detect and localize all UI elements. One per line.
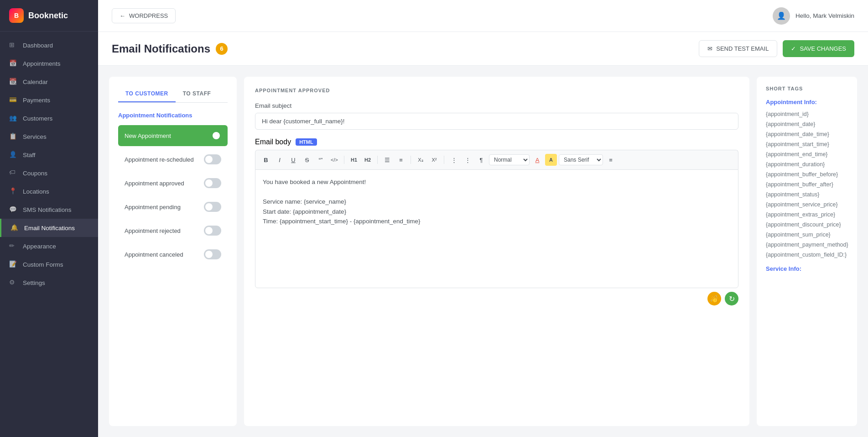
sidebar-item-sms[interactable]: 💬SMS Notifications	[0, 200, 98, 219]
tag-item[interactable]: {appointment_extras_price}	[766, 210, 848, 220]
toolbar-bold[interactable]: B	[260, 154, 272, 166]
service-info-title: Service Info:	[766, 265, 848, 272]
tag-item[interactable]: {appointment_sum_price}	[766, 230, 848, 240]
notification-label-pending: Appointment pending	[125, 204, 181, 211]
font-select[interactable]: Sans SerifSerifMonospace	[559, 154, 603, 165]
tag-item[interactable]: {appointment_discount_price}	[766, 220, 848, 230]
page-header: Email Notifications 6 ✉ SEND TEST EMAIL …	[98, 32, 868, 66]
settings-icon: ⚙	[9, 279, 17, 287]
services-icon: 📋	[9, 132, 17, 141]
toolbar-sep4	[444, 156, 444, 164]
sidebar-label-locations: Locations	[23, 188, 49, 195]
toolbar-h1[interactable]: H1	[348, 154, 360, 166]
send-test-email-button[interactable]: ✉ SEND TEST EMAIL	[699, 40, 777, 57]
tab-to-staff[interactable]: TO STAFF	[176, 86, 218, 102]
toolbar-strikethrough[interactable]: S	[301, 154, 313, 166]
sidebar-item-customers[interactable]: 👥Customers	[0, 109, 98, 127]
email-icon: ✉	[707, 45, 712, 52]
toggle-canceled[interactable]	[204, 249, 221, 259]
sidebar-item-appointments[interactable]: 📅Appointments	[0, 54, 98, 73]
notification-label-rejected: Appointment rejected	[125, 227, 181, 234]
staff-icon: 👤	[9, 151, 17, 159]
sidebar-item-email[interactable]: 🔔Email Notifications	[0, 219, 98, 237]
toolbar-underline[interactable]: U	[287, 154, 299, 166]
format-select[interactable]: NormalHeading 1Heading 2	[489, 154, 530, 165]
notification-item-rejected[interactable]: Appointment rejected	[118, 220, 228, 241]
email-icon: 🔔	[10, 224, 19, 232]
sidebar-item-settings[interactable]: ⚙Settings	[0, 274, 98, 292]
save-changes-button[interactable]: ✓ SAVE CHANGES	[783, 40, 854, 57]
logo-text: Booknetic	[28, 11, 68, 21]
toolbar-h2[interactable]: H2	[362, 154, 374, 166]
emoji-button[interactable]: 👋	[707, 292, 721, 305]
wordpress-button[interactable]: ← WORDPRESS	[112, 8, 176, 23]
tag-item[interactable]: {appointment_service_price}	[766, 200, 848, 210]
notification-label-rescheduled: Appointment re-scheduled	[125, 156, 194, 163]
toolbar-font-color[interactable]: A	[531, 154, 543, 166]
toolbar-sub[interactable]: X₂	[415, 154, 426, 166]
tag-item[interactable]: {appointment_buffer_before}	[766, 169, 848, 179]
tag-item[interactable]: {appointment_start_time}	[766, 139, 848, 149]
toolbar-align-center[interactable]: ≡	[605, 154, 617, 166]
tag-item[interactable]: {appointment_end_time}	[766, 149, 848, 159]
notification-item-canceled[interactable]: Appointment canceled	[118, 244, 228, 265]
notification-item-rescheduled[interactable]: Appointment re-scheduled	[118, 149, 228, 170]
sidebar-item-dashboard[interactable]: ⊞Dashboard	[0, 36, 98, 54]
sidebar-logo: B Booknetic	[0, 0, 98, 32]
toggle-rescheduled[interactable]	[204, 154, 221, 164]
right-panel: SHORT TAGS Appointment Info: {appointmen…	[757, 77, 857, 426]
notification-item-new[interactable]: New Appointment	[118, 125, 228, 146]
short-tags-title: SHORT TAGS	[766, 86, 848, 91]
toolbar-italic[interactable]: I	[274, 154, 286, 166]
user-name[interactable]: Hello, Mark Velmiskin	[795, 12, 854, 19]
toolbar-font-bg[interactable]: A	[545, 154, 557, 166]
tag-item[interactable]: {appointment_id}	[766, 109, 848, 119]
sidebar-label-customers: Customers	[23, 115, 52, 122]
sidebar-label-staff: Staff	[23, 152, 36, 158]
sidebar-item-coupons[interactable]: 🏷Coupons	[0, 164, 98, 182]
sidebar-item-customforms[interactable]: 📝Custom Forms	[0, 255, 98, 274]
toolbar-code[interactable]: </>	[328, 154, 340, 166]
tab-to-customer[interactable]: TO CUSTOMER	[118, 86, 176, 102]
notification-item-pending[interactable]: Appointment pending	[118, 196, 228, 217]
toolbar-align-left[interactable]: ⋮	[448, 154, 460, 166]
topbar-left: ← WORDPRESS	[112, 8, 176, 23]
wp-back-icon: ←	[120, 12, 125, 19]
tag-item[interactable]: {appointment_buffer_after}	[766, 179, 848, 190]
toolbar-ol[interactable]: ☰	[381, 154, 393, 166]
sidebar-item-calendar[interactable]: 📆Calendar	[0, 73, 98, 91]
editor-line-3: Service name: {service_name}	[263, 197, 731, 207]
sidebar-item-appearance[interactable]: ✏Appearance	[0, 237, 98, 255]
email-subject-input[interactable]	[255, 113, 738, 130]
tag-item[interactable]: {appointment_custom_field_ID:}	[766, 250, 848, 260]
check-icon: ✓	[791, 45, 796, 52]
toolbar-ul[interactable]: ≡	[395, 154, 407, 166]
tag-item[interactable]: {appointment_duration}	[766, 159, 848, 169]
tag-item[interactable]: {appointment_date_time}	[766, 129, 848, 139]
appointments-icon: 📅	[9, 59, 17, 68]
avatar: 👤	[773, 7, 790, 25]
tag-item[interactable]: {appointment_payment_method}	[766, 240, 848, 250]
sidebar-item-payments[interactable]: 💳Payments	[0, 91, 98, 109]
customforms-icon: 📝	[9, 260, 17, 269]
refresh-button[interactable]: ↻	[725, 292, 738, 305]
toolbar-indent[interactable]: ¶	[475, 154, 487, 166]
sidebar-label-appearance: Appearance	[23, 243, 56, 250]
sidebar-item-staff[interactable]: 👤Staff	[0, 146, 98, 164]
toggle-new[interactable]	[204, 131, 221, 141]
editor-body[interactable]: You have booked a new Appointment! Servi…	[255, 169, 738, 288]
sidebar-item-services[interactable]: 📋Services	[0, 127, 98, 146]
notification-label-approved: Appointment approved	[125, 180, 184, 187]
notification-item-approved[interactable]: Appointment approved	[118, 173, 228, 194]
sidebar-label-appointments: Appointments	[23, 60, 61, 67]
toolbar-quote[interactable]: “”	[315, 154, 327, 166]
tag-item[interactable]: {appointment_status}	[766, 190, 848, 200]
toggle-pending[interactable]	[204, 202, 221, 212]
toolbar-align-right[interactable]: ⋮	[462, 154, 473, 166]
panel-section-label: APPOINTMENT APPROVED	[255, 88, 738, 93]
toggle-rejected[interactable]	[204, 226, 221, 236]
toolbar-sup[interactable]: X²	[428, 154, 440, 166]
toggle-approved[interactable]	[204, 178, 221, 188]
sidebar-item-locations[interactable]: 📍Locations	[0, 182, 98, 200]
tag-item[interactable]: {appointment_date}	[766, 119, 848, 129]
